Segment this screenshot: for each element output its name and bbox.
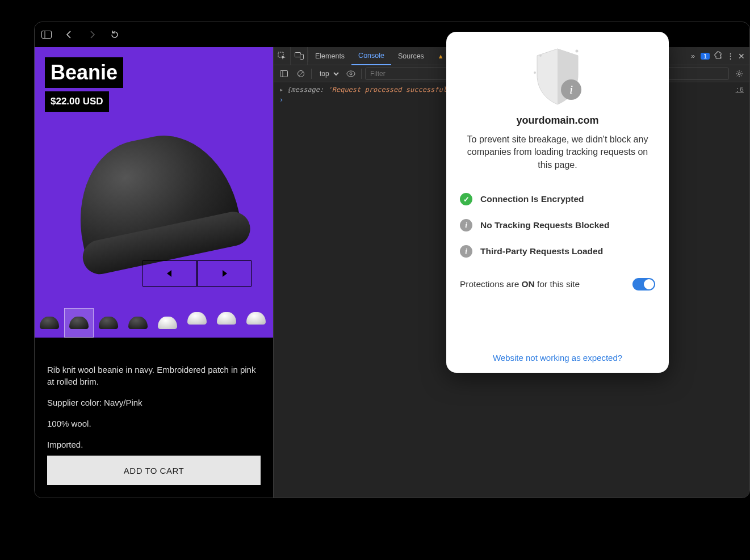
extensions-icon[interactable] — [714, 51, 722, 61]
tab-sources[interactable]: Sources — [391, 47, 431, 65]
sidebar-toggle-icon[interactable] — [40, 28, 53, 41]
thumbnail-4[interactable] — [123, 308, 153, 338]
privacy-popover: i yourdomain.com To prevent site breakag… — [446, 32, 669, 373]
popover-domain: yourdomain.com — [460, 115, 655, 127]
execution-context-select[interactable]: top — [315, 68, 341, 79]
protections-toggle[interactable] — [632, 278, 655, 290]
popover-description: To prevent site breakage, we didn't bloc… — [460, 133, 655, 171]
site-viewport: Beanie $22.00 USD Rib knit wool beanie i… — [35, 47, 273, 498]
svg-point-14 — [539, 54, 542, 57]
status-label: Connection Is Encrypted — [480, 194, 584, 204]
status-label: Third-Party Requests Loaded — [480, 246, 603, 256]
forward-button[interactable] — [86, 28, 98, 41]
device-toggle-icon[interactable] — [291, 47, 308, 65]
inspect-icon[interactable] — [274, 47, 291, 65]
console-settings-icon[interactable] — [732, 67, 746, 81]
svg-line-8 — [299, 71, 303, 76]
protections-label: Protections are ON for this site — [460, 279, 580, 289]
svg-point-10 — [350, 73, 352, 75]
thumbnail-8[interactable] — [241, 308, 271, 338]
info-icon: i — [460, 245, 472, 258]
desc-line-1: Rib knit wool beanie in navy. Embroidere… — [47, 364, 261, 388]
status-row-trackers[interactable]: i No Tracking Requests Blocked — [460, 212, 655, 238]
back-button[interactable] — [63, 28, 76, 41]
console-sidebar-toggle-icon[interactable] — [277, 67, 291, 81]
product-description: Rib knit wool beanie in navy. Embroidere… — [47, 364, 261, 460]
tab-console[interactable]: Console — [351, 47, 391, 65]
status-label: No Tracking Requests Blocked — [480, 220, 609, 230]
close-devtools-icon[interactable]: ✕ — [738, 52, 745, 61]
desc-line-4: Imported. — [47, 439, 261, 450]
next-image-button[interactable] — [197, 260, 252, 287]
thumbnail-image — [158, 317, 177, 329]
thumbnail-7[interactable] — [212, 308, 241, 338]
product-title: Beanie — [45, 57, 123, 88]
not-working-link[interactable]: Website not working as expected? — [460, 353, 655, 363]
carousel-arrows — [143, 260, 252, 287]
status-row-encryption[interactable]: ✓ Connection Is Encrypted — [460, 186, 655, 212]
add-to-cart-button[interactable]: ADD TO CART — [47, 456, 261, 485]
thumbnail-image — [40, 317, 59, 329]
protections-row: Protections are ON for this site — [460, 278, 655, 290]
thumbnail-image — [128, 317, 148, 329]
prev-image-button[interactable] — [143, 260, 197, 287]
info-icon: i — [460, 219, 472, 231]
thumbnail-2[interactable] — [64, 308, 94, 338]
desc-line-3: 100% wool. — [47, 418, 261, 430]
thumbnail-1[interactable] — [35, 308, 64, 338]
thumbnail-3[interactable] — [94, 308, 123, 338]
thumbnail-image — [217, 312, 236, 325]
thumbnail-image — [187, 312, 207, 325]
svg-rect-5 — [280, 70, 288, 77]
product-image — [64, 123, 243, 267]
expand-caret-icon[interactable]: ▸ — [279, 86, 283, 94]
live-expression-icon[interactable] — [344, 67, 358, 81]
warning-icon: ▲ — [438, 53, 444, 60]
status-row-thirdparty[interactable]: i Third-Party Requests Loaded — [460, 238, 655, 264]
svg-point-15 — [576, 50, 579, 53]
thumbnail-5[interactable] — [153, 308, 182, 338]
thumbnail-image — [69, 317, 89, 329]
more-tabs-icon[interactable]: » — [691, 52, 695, 60]
tab-elements[interactable]: Elements — [308, 47, 351, 65]
kebab-menu-icon[interactable]: ⋮ — [727, 52, 734, 60]
console-message: {message: 'Request processed successfull… — [287, 86, 467, 94]
thumbnail-6[interactable] — [182, 308, 212, 338]
product-price: $22.00 USD — [45, 91, 109, 112]
shield-icon: i — [529, 45, 586, 108]
svg-rect-4 — [300, 54, 303, 60]
reload-button[interactable] — [108, 28, 121, 41]
svg-point-16 — [534, 71, 536, 74]
svg-point-9 — [347, 71, 355, 77]
clear-console-icon[interactable] — [294, 67, 308, 81]
svg-text:i: i — [569, 82, 573, 96]
desc-line-2: Supplier color: Navy/Pink — [47, 397, 261, 409]
check-icon: ✓ — [460, 193, 472, 205]
thumbnail-image — [246, 312, 266, 325]
thumbnail-strip — [35, 308, 273, 338]
console-source-link[interactable]: :6 — [736, 86, 744, 94]
thumbnail-image — [99, 317, 118, 329]
svg-point-11 — [738, 73, 740, 75]
error-count-badge[interactable]: 1 — [701, 53, 710, 60]
svg-rect-0 — [42, 31, 52, 39]
